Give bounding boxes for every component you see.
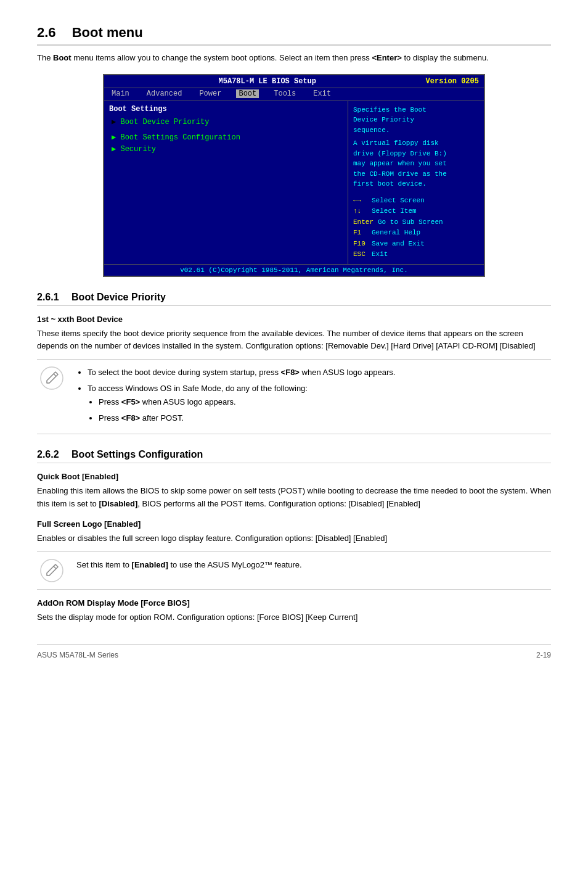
body-261: These items specify the boot device prio… <box>37 328 551 353</box>
svg-point-0 <box>41 367 63 389</box>
body-addon-rom: Sets the display mode for option ROM. Co… <box>37 611 551 624</box>
footer-right: 2-19 <box>536 651 551 659</box>
subheading-1st-xxth: 1st ~ xxth Boot Device <box>37 315 551 324</box>
subheading-quick-boot: Quick Boot [Enabled] <box>37 472 551 481</box>
subsection-262-title: 2.6.2 Boot Settings Configuration <box>37 449 551 463</box>
subheading-addon-rom: AddOn ROM Display Mode [Force BIOS] <box>37 598 551 608</box>
svg-line-1 <box>54 374 56 376</box>
bios-left-panel: Boot Settings Boot Device Priority Boot … <box>104 101 348 264</box>
bios-header: M5A78L-M LE BIOS Setup Version 0205 <box>104 75 484 88</box>
note-content-261: To select the boot device during system … <box>76 366 551 427</box>
body-quick-boot: Enabling this item allows the BIOS to sk… <box>37 485 551 511</box>
bios-menu-security[interactable]: Security <box>109 144 343 154</box>
note-content-262: Set this item to [Enabled] to use the AS… <box>76 558 551 572</box>
bios-nav-advanced[interactable]: Advanced <box>144 89 185 98</box>
bios-footer: v02.61 (C)Copyright 1985-2011, American … <box>104 264 484 276</box>
bios-nav-power[interactable]: Power <box>197 89 224 98</box>
bios-menu-boot-settings-config[interactable]: Boot Settings Configuration <box>109 133 343 142</box>
svg-line-3 <box>54 566 56 569</box>
intro-paragraph: The Boot menu items allow you to change … <box>37 52 551 64</box>
bios-nav-exit[interactable]: Exit <box>311 89 333 98</box>
bios-help-text: Specifies the Boot Device Priority seque… <box>353 105 479 189</box>
note-box-261: To select the boot device during system … <box>37 359 551 434</box>
bios-section-label: Boot Settings <box>109 105 343 113</box>
note-icon-262 <box>37 558 67 583</box>
subheading-full-screen-logo: Full Screen Logo [Enabled] <box>37 519 551 529</box>
bios-screenshot: M5A78L-M LE BIOS Setup Version 0205 Main… <box>103 74 485 277</box>
pencil-icon <box>39 366 64 390</box>
page-footer: ASUS M5A78L-M Series 2-19 <box>37 644 551 659</box>
bios-body: Boot Settings Boot Device Priority Boot … <box>104 101 484 264</box>
bios-right-panel: Specifies the Boot Device Priority seque… <box>348 101 484 264</box>
footer-left: ASUS M5A78L-M Series <box>37 651 118 659</box>
note-icon-261 <box>37 366 67 390</box>
svg-point-2 <box>41 559 63 582</box>
bios-keys: ←→ Select Screen ↑↓ Select Item Enter Go… <box>353 196 479 260</box>
bios-nav-main[interactable]: Main <box>109 89 132 98</box>
body-full-screen-logo: Enables or disables the full screen logo… <box>37 532 551 545</box>
note-box-262: Set this item to [Enabled] to use the AS… <box>37 551 551 590</box>
subsection-261-title: 2.6.1 Boot Device Priority <box>37 292 551 306</box>
bios-menu-boot-device-priority[interactable]: Boot Device Priority <box>109 117 343 126</box>
section-title: 2.6 Boot menu <box>37 25 551 46</box>
pencil-icon-2 <box>39 558 64 583</box>
bios-nav: Main Advanced Power Boot Tools Exit <box>104 88 484 101</box>
bios-nav-tools[interactable]: Tools <box>271 89 298 98</box>
bios-nav-boot[interactable]: Boot <box>236 89 259 98</box>
